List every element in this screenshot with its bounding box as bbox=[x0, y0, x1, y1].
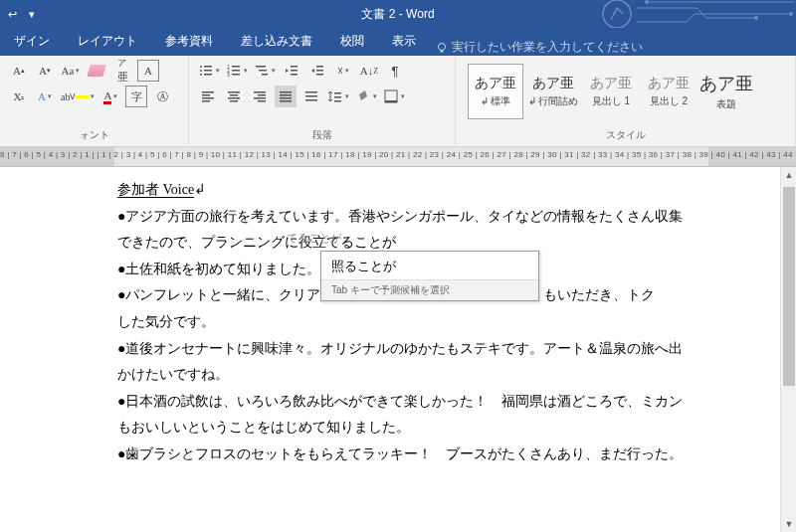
change-case-button[interactable]: Aa▾ bbox=[60, 60, 82, 82]
style-no-spacing[interactable]: あア亜 ↲ 行間詰め bbox=[525, 64, 581, 119]
line-spacing-button[interactable]: ▾ bbox=[326, 86, 350, 107]
subscript-button[interactable]: X₂ bbox=[8, 86, 30, 107]
doc-line: ●道後オンセナートに興味津々。オリジナルのゆかたもステキです。アート＆温泉の旅へ… bbox=[117, 336, 706, 363]
lightbulb-icon bbox=[436, 42, 448, 54]
line-spacing-icon bbox=[327, 89, 343, 104]
ribbon: A▴ A▾ Aa▾ ア亜 A X₂ A▾ abᐯ▾ A▾ 字 Ⓐ ォント ▾ 1… bbox=[0, 56, 796, 147]
clear-format-button[interactable] bbox=[86, 60, 107, 82]
svg-point-6 bbox=[200, 66, 202, 68]
bullets-button[interactable]: ▾ bbox=[197, 60, 221, 82]
svg-rect-15 bbox=[232, 70, 240, 72]
tab-layout[interactable]: レイアウト bbox=[64, 27, 151, 56]
svg-rect-34 bbox=[230, 100, 238, 102]
svg-rect-45 bbox=[305, 99, 317, 101]
document-body[interactable]: 参加者 Voice↲ ●アジア方面の旅行を考えています。香港やシンガポール、タイ… bbox=[117, 177, 706, 468]
svg-rect-7 bbox=[204, 66, 212, 68]
doc-line: かけたいですね。 bbox=[117, 362, 706, 389]
phonetic-guide-button[interactable]: ア亜 bbox=[111, 60, 133, 82]
shading-button[interactable]: ▾ bbox=[354, 86, 378, 107]
text-effects-button[interactable]: A▾ bbox=[34, 86, 56, 107]
qat-icon[interactable]: ↩ bbox=[8, 8, 17, 21]
font-color-button[interactable]: A▾ bbox=[100, 86, 121, 107]
tell-me-search[interactable]: 実行したい作業を入力してください bbox=[430, 39, 643, 56]
svg-rect-46 bbox=[334, 92, 341, 94]
sort-button[interactable]: A↓Z bbox=[358, 60, 380, 82]
scroll-up-arrow[interactable]: ▲ bbox=[781, 167, 796, 183]
ime-candidate-popup[interactable]: 照ることが Tab キーで予測候補を選択 bbox=[320, 251, 539, 301]
tab-review[interactable]: 校閲 bbox=[326, 27, 378, 56]
scroll-thumb[interactable] bbox=[783, 187, 795, 386]
svg-rect-22 bbox=[291, 70, 298, 72]
grow-font-button[interactable]: A▴ bbox=[8, 60, 30, 82]
svg-rect-43 bbox=[305, 91, 317, 93]
style-standard[interactable]: あア亜 ↲ 標準 bbox=[468, 64, 523, 119]
style-heading1[interactable]: あア亜 見出し 1 bbox=[583, 64, 639, 119]
distribute-icon bbox=[303, 89, 319, 104]
distribute-button[interactable] bbox=[300, 86, 322, 107]
outdent-icon bbox=[284, 63, 299, 79]
ime-candidate-text[interactable]: 照ることが bbox=[321, 252, 538, 279]
multilevel-list-button[interactable]: ▾ bbox=[253, 60, 277, 82]
doc-line: ●日本酒の試飲は、いろいろ飲み比べができて楽しかった！ 福岡県は酒どころで、ミカ… bbox=[117, 389, 706, 416]
svg-point-0 bbox=[603, 0, 631, 28]
ribbon-tabs: ザイン レイアウト 参考資料 差し込み文書 校閲 表示 実行したい作業を入力して… bbox=[0, 28, 796, 56]
decrease-indent-button[interactable] bbox=[281, 60, 302, 82]
increase-indent-button[interactable] bbox=[306, 60, 328, 82]
justify-button[interactable] bbox=[275, 86, 297, 107]
ime-inline-hint: てることが bbox=[287, 231, 341, 246]
char-shading-button[interactable]: 字 bbox=[125, 86, 147, 107]
svg-rect-5 bbox=[441, 50, 444, 52]
document-canvas[interactable]: 参加者 Voice↲ ●アジア方面の旅行を考えています。香港やシンガポール、タイ… bbox=[0, 167, 796, 532]
justify-icon bbox=[278, 89, 294, 104]
doc-line: もおいしいということをはじめて知りました。 bbox=[117, 415, 706, 442]
horizontal-ruler[interactable]: 8 | 7 | 6 | 5 | 4 | 3 | 2 | 1 | | 1 | 2 … bbox=[0, 147, 796, 167]
vertical-scrollbar[interactable]: ▲ ▼ bbox=[780, 167, 796, 532]
svg-rect-37 bbox=[254, 97, 266, 99]
svg-rect-38 bbox=[258, 100, 266, 102]
doc-line: ●アジア方面の旅行を考えています。香港やシンガポール、タイなどの情報をたくさん収… bbox=[117, 204, 706, 231]
border-icon bbox=[383, 89, 399, 104]
style-heading2[interactable]: あア亜 見出し 2 bbox=[641, 64, 696, 119]
title-bar: ↩ ▾ 文書 2 - Word bbox=[0, 0, 796, 28]
show-marks-button[interactable]: ¶ bbox=[384, 60, 406, 82]
asian-layout-button[interactable]: ☓▾ bbox=[332, 60, 354, 82]
svg-rect-11 bbox=[204, 74, 212, 76]
svg-rect-32 bbox=[230, 94, 238, 96]
tab-design[interactable]: ザイン bbox=[0, 27, 64, 56]
svg-rect-19 bbox=[259, 70, 267, 72]
tab-view[interactable]: 表示 bbox=[378, 27, 430, 56]
highlight-button[interactable]: abᐯ▾ bbox=[60, 86, 96, 107]
align-left-button[interactable] bbox=[197, 86, 219, 107]
char-border-button[interactable]: A bbox=[137, 60, 159, 82]
numbering-icon: 123 bbox=[226, 63, 242, 79]
styles-group-label: スタイル bbox=[464, 128, 787, 144]
doc-heading: 参加者 Voice bbox=[117, 182, 194, 197]
svg-point-4 bbox=[439, 43, 446, 50]
font-group: A▴ A▾ Aa▾ ア亜 A X₂ A▾ abᐯ▾ A▾ 字 Ⓐ ォント bbox=[0, 56, 189, 146]
align-right-button[interactable] bbox=[249, 86, 271, 107]
svg-rect-35 bbox=[254, 91, 266, 93]
borders-button[interactable]: ▾ bbox=[382, 86, 406, 107]
style-title[interactable]: あア亜 表題 bbox=[698, 64, 754, 119]
numbering-button[interactable]: 123▾ bbox=[225, 60, 249, 82]
shrink-font-button[interactable]: A▾ bbox=[34, 60, 56, 82]
svg-rect-27 bbox=[202, 91, 214, 93]
svg-rect-17 bbox=[232, 74, 240, 76]
svg-rect-9 bbox=[204, 70, 212, 72]
svg-rect-25 bbox=[316, 70, 323, 72]
doc-line: ●歯ブラシとフロスのセットをもらえてラッキー！ ブースがたくさんあり、まだ行った… bbox=[117, 442, 706, 468]
align-center-button[interactable] bbox=[223, 86, 245, 107]
tab-references[interactable]: 参考資料 bbox=[151, 27, 227, 56]
quick-access-toolbar: ↩ ▾ bbox=[8, 8, 35, 21]
enclose-char-button[interactable]: Ⓐ bbox=[151, 86, 173, 107]
svg-rect-18 bbox=[256, 66, 266, 68]
svg-rect-39 bbox=[280, 91, 292, 93]
scroll-down-arrow[interactable]: ▼ bbox=[781, 516, 796, 532]
qat-dropdown-icon[interactable]: ▾ bbox=[29, 8, 35, 21]
tab-mailings[interactable]: 差し込み文書 bbox=[227, 27, 326, 56]
paragraph-group-label: 段落 bbox=[197, 128, 447, 144]
svg-rect-20 bbox=[262, 74, 268, 76]
svg-rect-48 bbox=[334, 100, 341, 102]
svg-rect-31 bbox=[228, 91, 240, 93]
font-group-label: ォント bbox=[8, 128, 180, 144]
